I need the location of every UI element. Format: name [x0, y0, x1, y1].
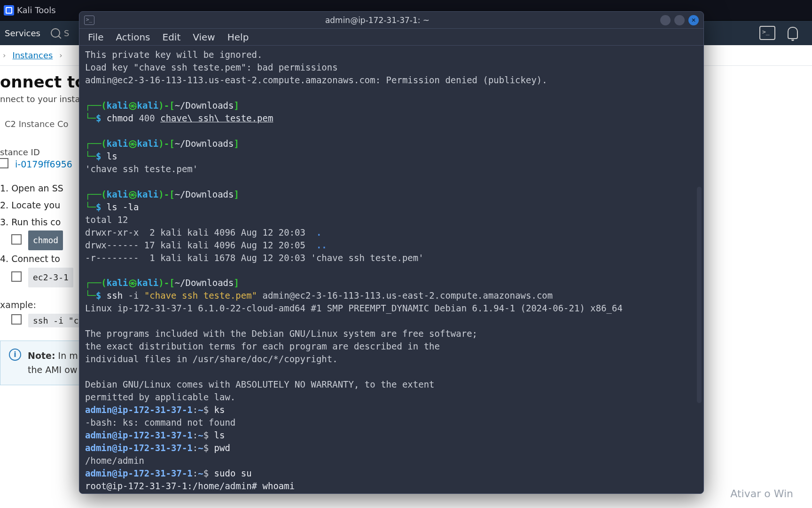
terminal-title: admin@ip-172-31-37-1: ~	[99, 16, 656, 25]
kali-tools-label: Kali Tools	[17, 5, 56, 15]
prompt-user: kali	[107, 100, 128, 111]
banner3: the exact distribution terms for each pr…	[85, 341, 440, 351]
cmd-ssh-key: "chave ssh teste.pem"	[144, 290, 257, 301]
remote-err: -bash: ks: command not found	[85, 417, 235, 428]
terminal-scrollbar[interactable]	[697, 187, 702, 403]
chevron-right-icon: ›	[3, 51, 6, 60]
chmod-chip[interactable]: chmod	[28, 230, 63, 250]
aws-search-text: S	[64, 28, 69, 38]
copy-icon[interactable]	[13, 316, 22, 325]
tab-ec2-instance-connect[interactable]: C2 Instance Co	[4, 116, 70, 133]
note-line1: In m	[58, 350, 78, 361]
remote-cmd-pwd: pwd	[214, 443, 230, 453]
windows-activate-watermark: Ativar o Win	[730, 488, 793, 500]
cmd-ssh-target: admin@ec2-3-16-113-113.us-east-2.compute…	[257, 290, 553, 301]
copy-icon[interactable]	[0, 160, 8, 168]
remote-cmd-sudo: sudo su	[214, 468, 252, 478]
out-ls: 'chave ssh teste.pem'	[85, 164, 198, 174]
copy-icon[interactable]	[13, 236, 22, 245]
prompt-host: kali	[137, 100, 159, 111]
terminal-window: admin@ip-172-31-37-1: ~ File Actions Edi…	[79, 11, 704, 494]
remote-cmd-ks: ks	[214, 405, 225, 415]
menu-edit[interactable]: Edit	[163, 32, 181, 43]
note-line2: the AMI ow	[28, 365, 77, 375]
maximize-button[interactable]	[674, 15, 685, 25]
cloudshell-icon[interactable]	[759, 26, 775, 40]
prompt-path: ~/Downloads	[175, 100, 234, 111]
instance-id-value: i-0179ff6956	[15, 159, 72, 169]
banner6: permitted by applicable law.	[85, 392, 235, 402]
root-prompt: root@ip-172-31-37-1:/home/admin#	[85, 481, 263, 491]
cmd-chmod-b: 400	[133, 113, 160, 123]
aws-search[interactable]: S	[51, 28, 69, 38]
cmd-lsla: ls -la	[107, 202, 139, 212]
breadcrumb-instances[interactable]: Instances	[12, 50, 53, 60]
banner1: Linux ip-172-31-37-1 6.1.0-22-cloud-amd6…	[85, 303, 623, 313]
out-lsla-b: drwxr-xr-x 2 kali kali 4096 Aug 12 20:03	[85, 227, 316, 238]
menu-actions[interactable]: Actions	[116, 32, 150, 43]
menu-help[interactable]: Help	[227, 32, 249, 43]
info-icon: i	[9, 349, 21, 361]
kali-logo-icon	[4, 5, 14, 16]
terminal-icon	[84, 16, 94, 25]
kali-tools-button[interactable]: Kali Tools	[4, 5, 56, 16]
cmd-ssh-a: ssh	[107, 290, 123, 301]
cmd-ls: ls	[107, 151, 117, 161]
out-lsla-d: -r-------- 1 kali kali 1678 Aug 12 20:03…	[85, 253, 424, 263]
t-line: admin@ec2-3-16-113-113.us-east-2.compute…	[85, 75, 547, 85]
out-lsla-a: total 12	[85, 214, 128, 225]
note-label: Note:	[28, 350, 55, 361]
chevron-right-icon: ›	[59, 51, 62, 60]
close-button[interactable]	[688, 15, 699, 25]
remote-out-pwd: /home/admin	[85, 455, 144, 466]
menu-view[interactable]: View	[193, 32, 215, 43]
menu-file[interactable]: File	[88, 32, 103, 43]
banner5: Debian GNU/Linux comes with ABSOLUTELY N…	[85, 379, 435, 389]
aws-services-button[interactable]: Services	[3, 28, 42, 38]
notifications-icon[interactable]	[788, 27, 798, 39]
t-line: Load key "chave ssh teste.pem": bad perm…	[85, 62, 338, 72]
remote-prompt: admin@ip-172-31-37-1	[85, 405, 193, 415]
terminal-titlebar[interactable]: admin@ip-172-31-37-1: ~	[79, 12, 703, 29]
dns-chip[interactable]: ec2-3-1	[28, 268, 73, 287]
banner2: The programs included with the Debian GN…	[85, 328, 477, 339]
out-lsla-c: drwx------ 17 kali kali 4096 Aug 12 20:0…	[85, 240, 316, 250]
minimize-button[interactable]	[660, 15, 671, 25]
search-icon	[51, 28, 60, 38]
terminal-body[interactable]: This private key will be ignored. Load k…	[79, 46, 703, 493]
cmd-chmod-c: chave\ ssh\ teste.pem	[160, 113, 273, 123]
copy-icon[interactable]	[13, 273, 22, 282]
terminal-menubar: File Actions Edit View Help	[79, 29, 703, 46]
remote-cmd-ls: ls	[214, 430, 225, 440]
banner4: individual files in /usr/share/doc/*/cop…	[85, 354, 338, 364]
t-line: This private key will be ignored.	[85, 49, 263, 60]
cmd-chmod-a: chmod	[107, 113, 133, 123]
